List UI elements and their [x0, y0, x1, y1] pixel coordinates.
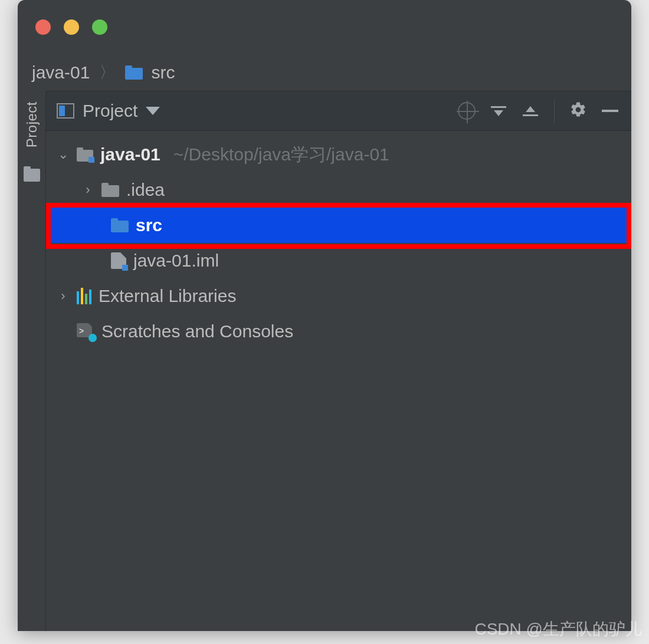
chevron-right-icon: 〉: [99, 61, 116, 84]
libraries-icon: [77, 288, 91, 304]
scratches-icon: >: [77, 323, 94, 340]
hide-panel-button[interactable]: [598, 99, 622, 123]
project-toolwindow-button[interactable]: Project: [24, 101, 40, 147]
select-opened-file-button[interactable]: [455, 99, 478, 123]
collapse-all-icon: [523, 106, 538, 116]
chevron-down-icon[interactable]: ⌄: [57, 147, 70, 162]
locate-icon: [458, 102, 476, 120]
project-name: java-01: [100, 144, 160, 165]
folder-label: src: [136, 215, 162, 235]
watermark-text: CSDN @生产队的驴儿: [474, 618, 642, 640]
chevron-down-icon[interactable]: [146, 107, 160, 115]
breadcrumb: java-01 〉 src: [18, 54, 631, 91]
maximize-window-button[interactable]: [92, 19, 107, 35]
hide-icon: [602, 110, 618, 112]
toolbar-divider: [554, 99, 555, 123]
minimize-window-button[interactable]: [64, 19, 79, 35]
project-panel-header: Project: [46, 91, 631, 131]
folder-label: .idea: [126, 180, 165, 200]
files-toolwindow-button[interactable]: [24, 169, 40, 182]
tree-row-src-folder[interactable]: src: [46, 208, 631, 243]
file-label: java-01.iml: [133, 251, 219, 271]
tool-window-rail: Project: [18, 91, 46, 631]
ide-window: java-01 〉 src Project Project: [18, 0, 631, 631]
expand-all-button[interactable]: [487, 99, 510, 123]
tree-row-external-libraries[interactable]: › External Libraries: [46, 278, 631, 314]
project-panel: Project: [46, 91, 631, 631]
breadcrumb-root[interactable]: java-01: [32, 63, 90, 83]
project-tree[interactable]: ⌄ java-01 ~/Desktop/java学习/java-01 › .id…: [46, 131, 631, 355]
expand-all-icon: [491, 106, 506, 116]
module-folder-icon: [77, 147, 93, 162]
project-path: ~/Desktop/java学习/java-01: [173, 143, 389, 167]
window-titlebar[interactable]: [18, 0, 631, 54]
project-view-selector[interactable]: Project: [83, 101, 137, 121]
source-folder-icon: [111, 218, 129, 232]
tree-row-scratches[interactable]: > Scratches and Consoles: [46, 314, 631, 349]
settings-button[interactable]: [566, 99, 590, 123]
breadcrumb-folder[interactable]: src: [151, 63, 175, 83]
folder-icon: [125, 65, 143, 80]
close-window-button[interactable]: [35, 19, 51, 35]
folder-icon: [101, 183, 119, 197]
gear-icon: [569, 101, 587, 121]
node-label: External Libraries: [99, 286, 236, 306]
chevron-right-icon[interactable]: ›: [81, 182, 94, 198]
chevron-right-icon[interactable]: ›: [57, 288, 70, 304]
collapse-all-button[interactable]: [519, 99, 542, 123]
node-label: Scratches and Consoles: [101, 321, 293, 341]
tree-row-iml-file[interactable]: java-01.iml: [46, 243, 631, 278]
tree-row-project-root[interactable]: ⌄ java-01 ~/Desktop/java学习/java-01: [46, 137, 631, 172]
iml-file-icon: [111, 252, 126, 269]
tree-row-idea-folder[interactable]: › .idea: [46, 172, 631, 208]
project-view-icon: [57, 103, 74, 119]
